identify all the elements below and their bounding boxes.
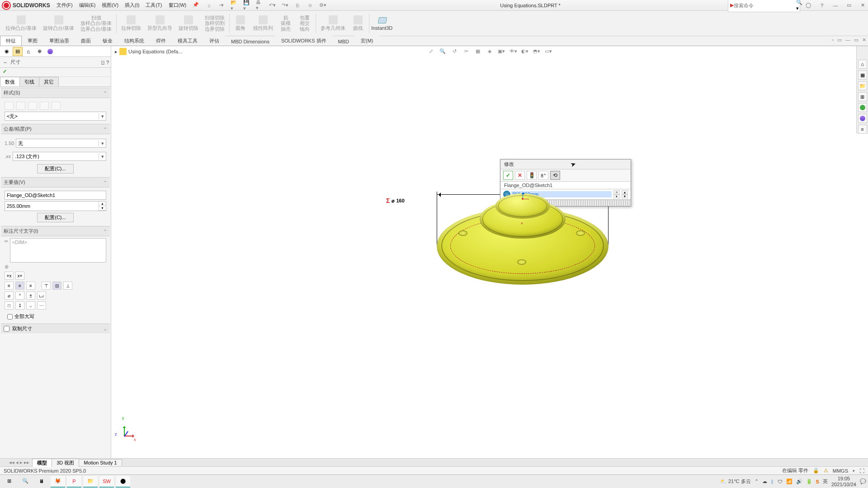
status-units[interactable]: MMGS <box>833 468 848 474</box>
prev-view-icon[interactable]: ↺ <box>450 47 458 55</box>
justify-left-icon[interactable]: ≡ <box>5 282 14 290</box>
tab-mbd[interactable]: MBD <box>332 37 355 46</box>
tray-shield-icon[interactable]: 🛡 <box>778 479 783 484</box>
tray-notifications-icon[interactable]: 💬 <box>860 479 866 484</box>
sym-diameter-icon[interactable]: ⌀ <box>5 291 14 300</box>
view-settings-icon[interactable]: ▭▾ <box>544 47 552 55</box>
tab-mbd-dimensions[interactable]: MBD Dimensions <box>225 37 275 46</box>
taskpane-home-icon[interactable]: ⌂ <box>858 60 867 69</box>
menu-insert[interactable]: 插入(I) <box>125 2 139 9</box>
tree-tab-config-icon[interactable]: ⎌ <box>24 47 33 56</box>
ribbon-pattern[interactable]: 线性阵列 <box>250 14 276 32</box>
dimtext-textarea[interactable]: <DIM> <box>10 238 106 263</box>
style-icon-2[interactable] <box>16 102 25 110</box>
tab-weldments[interactable]: 焊件 <box>150 36 172 46</box>
insert-after-icon[interactable]: x+ <box>15 272 24 280</box>
taskbar-calculator-icon[interactable]: 🖩 <box>34 476 49 488</box>
modify-thumbwheel-button[interactable]: ⟲ <box>550 171 560 180</box>
bolt-hole-1[interactable] <box>458 230 467 236</box>
modify-ok-button[interactable]: ✓ <box>503 171 513 180</box>
graphics-area[interactable]: ▸ Using Equations (Defa... ⤢ 🔍 ↺ ✂ ▦ ◈ ▣… <box>111 46 868 458</box>
tab-sketch-ink[interactable]: 草图油墨 <box>43 36 75 46</box>
tray-network-icon[interactable]: 📶 <box>786 479 793 484</box>
display-style-icon[interactable]: ▣▾ <box>497 47 505 55</box>
dynamic-annot-icon[interactable]: ▦ <box>474 47 482 55</box>
status-fullscreen-icon[interactable]: ⛶ <box>859 468 864 474</box>
sym-degree-icon[interactable]: ° <box>15 291 24 300</box>
dimension-label[interactable]: Σ ⌀ 160 <box>386 197 405 204</box>
tray-app-icon[interactable]: S <box>816 479 819 484</box>
bottom-tab-3dview[interactable]: 3D 视图 <box>52 459 79 467</box>
insert-before-icon[interactable]: +x <box>5 272 14 280</box>
bottom-tab-nav-left[interactable]: ◂◂ ◂ ▸ ▸▸ <box>9 460 29 465</box>
section-style-head[interactable]: 样式(S)⌃ <box>1 88 110 98</box>
new-icon[interactable]: ▫▾ <box>218 2 225 9</box>
open-icon[interactable]: 📂▾ <box>231 2 238 9</box>
justify-bot-icon[interactable]: ⊥ <box>63 282 72 290</box>
edit-appearance-icon[interactable]: ◐▾ <box>521 47 529 55</box>
menu-file[interactable]: 文件(F) <box>57 2 73 9</box>
dimtext-caps-row[interactable]: 全部大写 <box>5 311 106 322</box>
tab-surface[interactable]: 曲面 <box>75 36 97 46</box>
ribbon-revolve-boss[interactable]: 旋转凸台/基体 <box>40 14 77 32</box>
options-icon[interactable]: ⚙▾ <box>319 2 326 9</box>
section-dimtext-head[interactable]: 标注尺寸文字(I)⌃ <box>1 226 110 236</box>
section-view-icon[interactable]: ✂ <box>462 47 470 55</box>
property-tips-icon[interactable]: ⍰ <box>101 60 104 65</box>
primary-name-field[interactable]: Flange_OD@Sketch1 <box>5 191 106 200</box>
bottom-tab-motion[interactable]: Motion Study 1 <box>79 459 122 466</box>
zoom-area-icon[interactable]: 🔍 <box>439 47 447 55</box>
sym-depth-icon[interactable]: ↧ <box>15 301 24 310</box>
view-orient-icon[interactable]: ◈ <box>486 47 494 55</box>
undo-icon[interactable]: ↶▾ <box>269 2 276 9</box>
start-button[interactable]: ⊞ <box>2 476 16 488</box>
tree-tab-feature-icon[interactable]: ◉ <box>2 47 12 56</box>
tray-bluetooth-icon[interactable]: ᛒ <box>771 479 774 484</box>
ribbon-instant3d[interactable]: Instant3D <box>371 16 392 31</box>
save-icon[interactable]: 💾▾ <box>243 2 250 9</box>
tab-minimize-icon[interactable]: — <box>845 37 850 43</box>
breadcrumb[interactable]: ▸ Using Equations (Defa... <box>115 48 182 55</box>
modify-cancel-button[interactable]: ✕ <box>515 171 525 180</box>
taskpane-view-palette-icon[interactable] <box>858 103 867 112</box>
ribbon-extrude-cut[interactable]: 拉伸切除 <box>118 14 144 32</box>
prop-tab-other[interactable]: 其它 <box>39 77 59 86</box>
ribbon-fillet[interactable]: 圆角 <box>231 14 250 32</box>
tab-evaluate[interactable]: 评估 <box>203 36 225 46</box>
tree-tab-display-icon[interactable] <box>45 47 55 56</box>
modify-spin-config2[interactable]: ▾ <box>613 194 620 198</box>
modify-dim-name[interactable]: Flange_OD@Sketch1 <box>500 181 631 189</box>
property-help-icon[interactable]: ? <box>106 60 109 65</box>
taskpane-design-lib-icon[interactable]: 📁 <box>858 81 867 90</box>
status-rebuild-icon[interactable]: ⚠ <box>824 468 828 474</box>
justify-mid-icon[interactable]: ⊟ <box>52 282 61 290</box>
tolerance-type-combo[interactable]: 无▾ <box>16 139 106 148</box>
menu-window[interactable]: 窗口(W) <box>169 2 187 9</box>
section-tolerance-head[interactable]: 公差/精度(P)⌃ <box>1 124 110 134</box>
menu-edit[interactable]: 编辑(E) <box>79 2 96 9</box>
tab-sheetmetal[interactable]: 钣金 <box>97 36 118 46</box>
apply-scene-icon[interactable]: ◓▾ <box>533 47 541 55</box>
justify-right-icon[interactable]: ≡ <box>26 282 35 290</box>
hide-show-icon[interactable]: 👁▾ <box>509 47 517 55</box>
taskpane-resources-icon[interactable]: ▦ <box>858 70 867 80</box>
ribbon-rib-draft[interactable]: 筋拔模抽壳 <box>277 14 295 32</box>
sym-counterbore-icon[interactable]: ⌴ <box>37 291 46 300</box>
taskpane-custom-props-icon[interactable]: ≡ <box>858 125 867 134</box>
tree-tab-dimxpert-icon[interactable]: ⊕ <box>34 47 44 56</box>
confirm-ok-icon[interactable] <box>3 69 9 75</box>
breadcrumb-expand-icon[interactable]: ▸ <box>115 49 118 55</box>
primary-value-field[interactable]: 255.00mm ▲▼ <box>5 201 106 211</box>
view-triad[interactable]: y x z <box>120 422 138 440</box>
tolerance-config-button[interactable]: 配置(C)... <box>37 164 73 174</box>
tab-macro[interactable]: 宏(M) <box>355 36 379 46</box>
sym-plusminus-icon[interactable]: ± <box>26 291 35 300</box>
taskpane-explorer-icon[interactable]: ⊞ <box>858 92 867 101</box>
section-primary-head[interactable]: 主要值(V)⌃ <box>1 177 110 188</box>
minimize-icon[interactable]: — <box>832 2 839 9</box>
sym-square-icon[interactable]: □ <box>5 301 14 310</box>
modify-spin-up[interactable]: ▲ <box>622 190 628 194</box>
dimtext-caps-checkbox[interactable] <box>7 314 13 319</box>
dual-dim-checkbox[interactable] <box>4 326 9 332</box>
tray-chevron-icon[interactable]: ⌃ <box>755 479 759 484</box>
